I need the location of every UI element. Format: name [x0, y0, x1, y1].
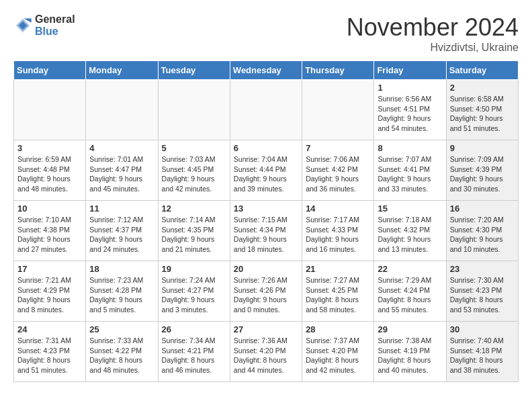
calendar-cell: 9Sunrise: 7:09 AM Sunset: 4:39 PM Daylig… [446, 140, 518, 201]
day-number: 28 [306, 324, 370, 334]
logo-general: General [35, 13, 75, 25]
calendar-week-4: 17Sunrise: 7:21 AM Sunset: 4:29 PM Dayli… [14, 261, 519, 322]
calendar-cell: 25Sunrise: 7:33 AM Sunset: 4:22 PM Dayli… [86, 322, 158, 382]
calendar-cell: 7Sunrise: 7:06 AM Sunset: 4:42 PM Daylig… [302, 140, 374, 201]
day-info: Sunrise: 7:04 AM Sunset: 4:44 PM Dayligh… [234, 154, 298, 194]
day-number: 19 [162, 264, 226, 274]
weekday-header-saturday: Saturday [446, 61, 518, 80]
day-number: 21 [306, 264, 370, 274]
calendar-cell: 22Sunrise: 7:29 AM Sunset: 4:24 PM Dayli… [374, 261, 446, 322]
calendar-cell: 10Sunrise: 7:10 AM Sunset: 4:38 PM Dayli… [14, 201, 86, 261]
day-info: Sunrise: 7:37 AM Sunset: 4:20 PM Dayligh… [306, 336, 370, 375]
day-info: Sunrise: 6:56 AM Sunset: 4:51 PM Dayligh… [378, 94, 442, 134]
location: Hvizdivtsi, Ukraine [347, 42, 519, 54]
day-number: 7 [306, 143, 370, 153]
day-info: Sunrise: 7:33 AM Sunset: 4:22 PM Dayligh… [89, 336, 154, 375]
calendar-cell: 29Sunrise: 7:38 AM Sunset: 4:19 PM Dayli… [374, 322, 446, 382]
calendar-cell: 17Sunrise: 7:21 AM Sunset: 4:29 PM Dayli… [14, 261, 86, 322]
calendar-cell: 14Sunrise: 7:17 AM Sunset: 4:33 PM Dayli… [302, 201, 374, 261]
calendar-cell: 30Sunrise: 7:40 AM Sunset: 4:18 PM Dayli… [446, 322, 518, 382]
weekday-header-friday: Friday [374, 61, 446, 80]
logo-blue: Blue [35, 26, 58, 37]
weekday-header-wednesday: Wednesday [230, 61, 302, 80]
calendar-cell: 13Sunrise: 7:15 AM Sunset: 4:34 PM Dayli… [230, 201, 302, 261]
day-number: 8 [378, 143, 442, 153]
weekday-header-sunday: Sunday [14, 61, 86, 80]
day-info: Sunrise: 7:12 AM Sunset: 4:37 PM Dayligh… [89, 215, 154, 255]
day-number: 2 [450, 83, 515, 93]
calendar-cell [14, 80, 86, 140]
calendar-cell: 8Sunrise: 7:07 AM Sunset: 4:41 PM Daylig… [374, 140, 446, 201]
calendar-cell: 18Sunrise: 7:23 AM Sunset: 4:28 PM Dayli… [86, 261, 158, 322]
calendar-week-5: 24Sunrise: 7:31 AM Sunset: 4:23 PM Dayli… [14, 322, 519, 382]
day-number: 14 [306, 203, 370, 214]
calendar-cell: 11Sunrise: 7:12 AM Sunset: 4:37 PM Dayli… [86, 201, 158, 261]
calendar-table: SundayMondayTuesdayWednesdayThursdayFrid… [13, 60, 519, 382]
day-info: Sunrise: 7:34 AM Sunset: 4:21 PM Dayligh… [162, 336, 226, 375]
day-info: Sunrise: 7:36 AM Sunset: 4:20 PM Dayligh… [234, 336, 298, 375]
calendar-cell: 3Sunrise: 6:59 AM Sunset: 4:48 PM Daylig… [14, 140, 86, 201]
calendar-week-1: 1Sunrise: 6:56 AM Sunset: 4:51 PM Daylig… [14, 80, 519, 140]
calendar-cell: 4Sunrise: 7:01 AM Sunset: 4:47 PM Daylig… [86, 140, 158, 201]
title-block: November 2024 Hvizdivtsi, Ukraine [347, 13, 519, 54]
calendar-cell: 5Sunrise: 7:03 AM Sunset: 4:45 PM Daylig… [158, 140, 230, 201]
weekday-header-tuesday: Tuesday [158, 61, 230, 80]
day-info: Sunrise: 7:30 AM Sunset: 4:23 PM Dayligh… [450, 275, 515, 315]
calendar-cell: 23Sunrise: 7:30 AM Sunset: 4:23 PM Dayli… [446, 261, 518, 322]
weekday-header-thursday: Thursday [302, 61, 374, 80]
day-info: Sunrise: 7:03 AM Sunset: 4:45 PM Dayligh… [162, 154, 226, 194]
calendar-cell [230, 80, 302, 140]
calendar-cell: 24Sunrise: 7:31 AM Sunset: 4:23 PM Dayli… [14, 322, 86, 382]
day-info: Sunrise: 7:20 AM Sunset: 4:30 PM Dayligh… [450, 215, 515, 255]
day-number: 15 [378, 203, 442, 214]
day-info: Sunrise: 7:24 AM Sunset: 4:27 PM Dayligh… [162, 275, 226, 315]
day-number: 11 [89, 203, 154, 214]
day-number: 6 [234, 143, 298, 153]
calendar-cell: 20Sunrise: 7:26 AM Sunset: 4:26 PM Dayli… [230, 261, 302, 322]
day-number: 27 [234, 324, 298, 334]
day-info: Sunrise: 7:27 AM Sunset: 4:25 PM Dayligh… [306, 275, 370, 315]
day-info: Sunrise: 7:21 AM Sunset: 4:29 PM Dayligh… [17, 275, 82, 315]
calendar-cell: 6Sunrise: 7:04 AM Sunset: 4:44 PM Daylig… [230, 140, 302, 201]
day-number: 4 [89, 143, 154, 153]
day-number: 5 [162, 143, 226, 153]
day-number: 13 [234, 203, 298, 214]
day-number: 29 [378, 324, 442, 334]
day-info: Sunrise: 6:59 AM Sunset: 4:48 PM Dayligh… [17, 154, 82, 194]
day-number: 22 [378, 264, 442, 274]
day-info: Sunrise: 7:10 AM Sunset: 4:38 PM Dayligh… [17, 215, 82, 255]
day-number: 25 [89, 324, 154, 334]
day-info: Sunrise: 7:29 AM Sunset: 4:24 PM Dayligh… [378, 275, 442, 315]
calendar-cell: 28Sunrise: 7:37 AM Sunset: 4:20 PM Dayli… [302, 322, 374, 382]
day-info: Sunrise: 6:58 AM Sunset: 4:50 PM Dayligh… [450, 94, 515, 134]
day-info: Sunrise: 7:15 AM Sunset: 4:34 PM Dayligh… [234, 215, 298, 255]
logo-icon [13, 16, 32, 35]
day-info: Sunrise: 7:09 AM Sunset: 4:39 PM Dayligh… [450, 154, 515, 194]
day-info: Sunrise: 7:23 AM Sunset: 4:28 PM Dayligh… [89, 275, 154, 315]
day-info: Sunrise: 7:06 AM Sunset: 4:42 PM Dayligh… [306, 154, 370, 194]
calendar-cell: 15Sunrise: 7:18 AM Sunset: 4:32 PM Dayli… [374, 201, 446, 261]
day-info: Sunrise: 7:40 AM Sunset: 4:18 PM Dayligh… [450, 336, 515, 375]
calendar-cell: 12Sunrise: 7:14 AM Sunset: 4:35 PM Dayli… [158, 201, 230, 261]
calendar-cell: 19Sunrise: 7:24 AM Sunset: 4:27 PM Dayli… [158, 261, 230, 322]
calendar-cell: 1Sunrise: 6:56 AM Sunset: 4:51 PM Daylig… [374, 80, 446, 140]
day-info: Sunrise: 7:38 AM Sunset: 4:19 PM Dayligh… [378, 336, 442, 375]
calendar-cell [158, 80, 230, 140]
day-info: Sunrise: 7:17 AM Sunset: 4:33 PM Dayligh… [306, 215, 370, 255]
day-info: Sunrise: 7:18 AM Sunset: 4:32 PM Dayligh… [378, 215, 442, 255]
month-title: November 2024 [347, 13, 519, 42]
calendar-cell: 27Sunrise: 7:36 AM Sunset: 4:20 PM Dayli… [230, 322, 302, 382]
calendar-cell: 2Sunrise: 6:58 AM Sunset: 4:50 PM Daylig… [446, 80, 518, 140]
day-info: Sunrise: 7:14 AM Sunset: 4:35 PM Dayligh… [162, 215, 226, 255]
day-info: Sunrise: 7:26 AM Sunset: 4:26 PM Dayligh… [234, 275, 298, 315]
day-number: 10 [17, 203, 82, 214]
day-number: 23 [450, 264, 515, 274]
day-number: 30 [450, 324, 515, 334]
day-number: 17 [17, 264, 82, 274]
calendar-week-2: 3Sunrise: 6:59 AM Sunset: 4:48 PM Daylig… [14, 140, 519, 201]
day-number: 9 [450, 143, 515, 153]
day-number: 12 [162, 203, 226, 214]
day-info: Sunrise: 7:07 AM Sunset: 4:41 PM Dayligh… [378, 154, 442, 194]
day-number: 1 [378, 83, 442, 93]
day-number: 16 [450, 203, 515, 214]
